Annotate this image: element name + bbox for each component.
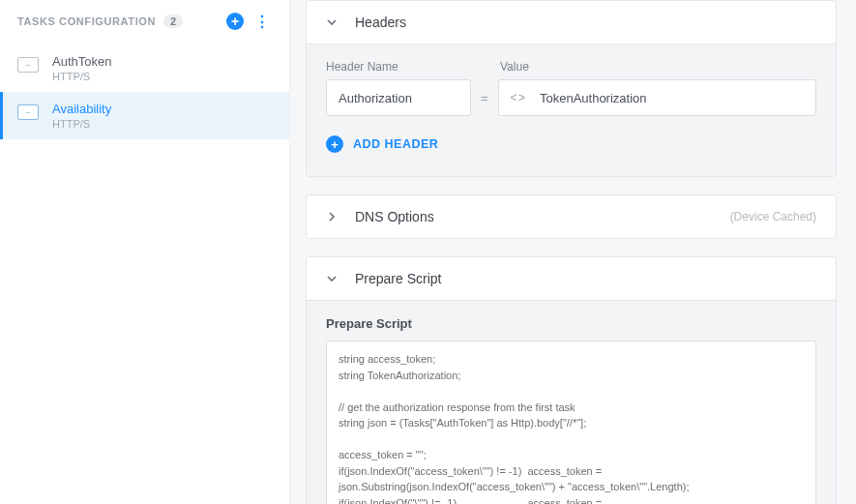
sidebar-title: TASKS CONFIGURATION bbox=[17, 15, 156, 27]
dns-note: (Device Cached) bbox=[730, 210, 816, 223]
code-icon: < > bbox=[511, 91, 524, 104]
more-vertical-icon: ⋮ bbox=[254, 13, 270, 31]
prepare-script-editor[interactable]: string access_token; string TokenAuthori… bbox=[326, 341, 816, 504]
headers-panel-toggle[interactable]: Headers bbox=[307, 1, 836, 44]
task-name: Availability bbox=[52, 102, 111, 116]
http-task-icon: ~ bbox=[17, 57, 39, 73]
add-header-label: ADD HEADER bbox=[353, 137, 438, 151]
more-menu-button[interactable]: ⋮ bbox=[252, 12, 272, 31]
dns-panel-toggle[interactable]: DNS Options (Device Cached) bbox=[307, 195, 836, 238]
prepare-script-panel: Prepare Script Prepare Script string acc… bbox=[306, 256, 837, 504]
plus-icon: + bbox=[326, 135, 343, 153]
sidebar-header: TASKS CONFIGURATION 2 + ⋮ bbox=[0, 0, 289, 44]
chevron-down-icon bbox=[326, 273, 339, 284]
header-name-value: Authorization bbox=[339, 91, 412, 105]
chevron-right-icon bbox=[326, 211, 339, 222]
header-value-input[interactable]: < > TokenAuthorization bbox=[498, 79, 816, 116]
header-value-label: Value bbox=[500, 60, 529, 74]
header-name-label: Header Name bbox=[326, 60, 471, 74]
equals-sign: = bbox=[479, 91, 490, 105]
sidebar: TASKS CONFIGURATION 2 + ⋮ ~ AuthToken HT… bbox=[0, 0, 290, 504]
chevron-down-icon bbox=[326, 16, 339, 28]
prepare-panel-toggle[interactable]: Prepare Script bbox=[307, 257, 836, 300]
headers-panel: Headers Header Name Value Authorization … bbox=[306, 0, 837, 177]
panel-title: Headers bbox=[355, 15, 406, 30]
headers-panel-body: Header Name Value Authorization = < > To… bbox=[307, 44, 836, 176]
add-header-button[interactable]: + ADD HEADER bbox=[326, 135, 816, 153]
task-item-authtoken[interactable]: ~ AuthToken HTTP/S bbox=[0, 44, 289, 92]
prepare-section-title: Prepare Script bbox=[326, 316, 816, 331]
task-subtype: HTTP/S bbox=[52, 118, 111, 130]
dns-panel: DNS Options (Device Cached) bbox=[306, 194, 837, 239]
panel-title: Prepare Script bbox=[355, 271, 441, 286]
http-task-icon: ~ bbox=[17, 104, 39, 120]
header-name-input[interactable]: Authorization bbox=[326, 79, 471, 116]
panel-title: DNS Options bbox=[355, 209, 434, 224]
task-item-availability[interactable]: ~ Availability HTTP/S bbox=[0, 92, 289, 139]
task-subtype: HTTP/S bbox=[52, 71, 111, 82]
prepare-script-body: Prepare Script string access_token; stri… bbox=[307, 300, 836, 504]
header-value-text: TokenAuthorization bbox=[540, 91, 647, 105]
main-content: Headers Header Name Value Authorization … bbox=[290, 0, 856, 504]
header-row: Authorization = < > TokenAuthorization bbox=[326, 79, 816, 116]
add-task-button[interactable]: + bbox=[225, 12, 245, 31]
plus-icon: + bbox=[226, 13, 244, 30]
task-count-badge: 2 bbox=[163, 15, 183, 28]
task-name: AuthToken bbox=[52, 54, 111, 69]
